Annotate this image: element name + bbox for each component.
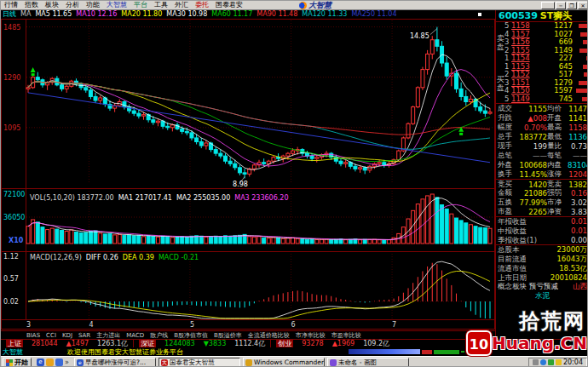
tab-MACD[interactable]: MACD [126, 332, 144, 339]
info-label: 净资 [547, 207, 568, 217]
strength-bar-green [434, 350, 459, 354]
tab-主力进出[interactable]: 主力进出 [96, 331, 120, 340]
tray-icon-4[interactable] [556, 359, 562, 365]
info-value: 18.53亿 [559, 264, 587, 272]
info-value: 11.45% [518, 170, 547, 179]
app-label: 大智慧 [3, 348, 23, 356]
order-row[interactable]: 51149745 [496, 95, 588, 104]
order-row[interactable]: 21152517 [496, 71, 588, 79]
menu-item-委托[interactable]: 委托 [192, 1, 212, 9]
strength-bar-blue [349, 349, 420, 354]
svg-text:5: 5 [190, 321, 194, 329]
tab-B股溢价率[interactable]: B股溢价率 [214, 331, 242, 340]
order-row[interactable]: 311511279 [496, 79, 588, 88]
svg-text:0.57: 0.57 [3, 275, 19, 283]
info-label: 目前流通 [498, 255, 527, 263]
tab-BIAS[interactable]: BIAS [26, 332, 40, 339]
tray-icon-1[interactable] [533, 359, 539, 365]
folder-quicklaunch-icon[interactable] [46, 358, 54, 366]
depth-bar [579, 81, 588, 85]
info-row: 总笔——每笔—— [496, 151, 588, 160]
index-value: 281044 [32, 340, 58, 347]
candlestick-chart-svg[interactable]: 148512901095345677210036050X101.120.570.… [1, 10, 495, 330]
tab-KDJ[interactable]: KDJ [62, 332, 72, 339]
info-row: 现手199量比0.73 [496, 141, 588, 151]
menu-item-工具[interactable]: 工具 [151, 1, 171, 9]
task-title: 早盘哪种涨停可追?... [85, 358, 146, 367]
menu-item-大智慧[interactable]: 大智慧 [103, 1, 130, 9]
quote-panel: 600539 ST狮头 卖盘买盘511581217411571027311566… [495, 10, 588, 339]
menu-item-行情[interactable]: 行情 [1, 1, 21, 9]
taskbar-button-dzh[interactable]: 大国泰君安大智慧 [159, 358, 240, 367]
info-value: 77.99% [518, 198, 547, 207]
tab-散户线[interactable]: 散户线 [150, 331, 168, 340]
brand-text: 大智慧 [308, 0, 331, 11]
chart-area[interactable]: 148512901095345677210036050X101.120.570.… [1, 10, 495, 330]
index-label: 上证 [6, 340, 23, 347]
order-level: 1 [504, 54, 511, 62]
clock: 20:04 [563, 358, 583, 366]
order-row[interactable]: 211551149 [496, 47, 588, 55]
info-row: 升跌▲008开盘1141 [496, 113, 588, 123]
info-value: 20010824 [551, 273, 587, 282]
ie-quicklaunch-icon[interactable]: e [37, 358, 44, 366]
menu-item-分析[interactable]: 分析 [62, 1, 83, 9]
tab-市净率比较[interactable]: 市净率比较 [296, 331, 326, 340]
start-button[interactable]: 开始 [3, 358, 32, 367]
svg-text:1290: 1290 [3, 74, 20, 82]
svg-text:72100: 72100 [3, 191, 25, 198]
menu-item-指数[interactable]: 指数 [21, 1, 42, 9]
tab-CCI[interactable]: CCI [46, 332, 56, 339]
taskbar-button-ie[interactable]: e早盘哪种涨停可追?... [74, 358, 156, 367]
info-value: 1158 [568, 123, 587, 132]
order-row[interactable]: 11154227 [496, 54, 588, 63]
info-label: 流通市值 [498, 264, 527, 272]
menu-bar: 行情指数板块分析功能大智慧平台工具外汇委托国泰君安 大智慧 ─ ❐ ✕ [1, 1, 588, 10]
order-row[interactable]: 11153645 [496, 63, 588, 72]
info-row: 成交1155均价1147 [496, 104, 588, 113]
svg-text:1.12: 1.12 [3, 253, 19, 261]
tab-市盈率比较[interactable]: 市盈率比较 [331, 331, 361, 340]
tray-icon-2[interactable] [540, 359, 546, 365]
tab-B股净值市值[interactable]: B股净值市值 [174, 331, 208, 340]
tab-全流通价格比较[interactable]: 全流通价格比较 [248, 331, 290, 340]
info-row-wide: 上市日期20010824 [496, 272, 588, 282]
info-row: 换手11.45%涨停1204 [496, 169, 588, 179]
system-tray: 20:04 [528, 358, 587, 367]
index-label: 深证 [139, 340, 156, 347]
menu-item-板块[interactable]: 板块 [42, 1, 62, 9]
info-value: —— [518, 152, 547, 160]
info-value: 3.02 [568, 198, 587, 207]
tray-icon-3[interactable] [548, 359, 554, 365]
info-value: 1204 [568, 170, 587, 179]
svg-text:1485: 1485 [3, 24, 20, 32]
order-row[interactable]: 31156669 [496, 38, 588, 47]
order-volume: 227 [537, 54, 573, 62]
info-label: 年报收益 [498, 217, 527, 226]
minimize-button[interactable]: ─ [556, 2, 566, 9]
taskbar-button-paint[interactable]: 未命名 - 画图 [327, 358, 409, 367]
start-label: 开始 [14, 358, 28, 367]
desktop-quicklaunch-icon[interactable] [55, 358, 63, 366]
tab-SAR[interactable]: SAR [78, 332, 90, 339]
menu-item-外汇[interactable]: 外汇 [171, 1, 192, 9]
order-row[interactable]: 411571027 [496, 31, 588, 39]
close-button[interactable]: ✕ [578, 2, 588, 9]
order-level: 5 [504, 22, 511, 30]
order-volume: 1597 [537, 87, 573, 95]
chevron-right-icon[interactable]: » [65, 358, 69, 366]
custom-mini-button[interactable] [541, 2, 555, 9]
menu-item-国泰君安[interactable]: 国泰君安 [212, 1, 246, 9]
restore-button[interactable]: ❐ [567, 2, 577, 9]
menu-item-功能[interactable]: 功能 [83, 1, 103, 9]
taskbar-button-wc[interactable]: Windows Commander 5... [243, 358, 325, 367]
concept-value: 山西 [573, 282, 587, 292]
menu-item-平台[interactable]: 平台 [130, 1, 151, 9]
order-row[interactable]: 411501597 [496, 87, 588, 95]
windows-taskbar: 开始 e » e早盘哪种涨停可追?...大国泰君安大智慧Windows Comm… [1, 356, 588, 367]
windows-logo-icon [6, 359, 13, 366]
order-level: 4 [504, 87, 511, 95]
wc-icon [245, 359, 252, 366]
market-status-bar: 上证281044▲14971263.1亿深证1244083▼38331112.4… [1, 339, 588, 347]
order-row[interactable]: 511581217 [496, 22, 588, 31]
